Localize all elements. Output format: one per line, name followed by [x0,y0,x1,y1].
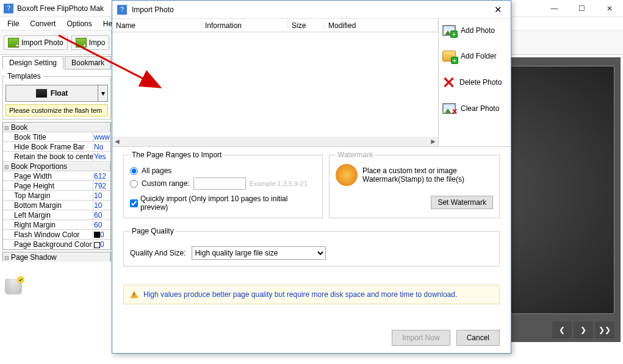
nav-prev-button[interactable]: ❮ [552,321,572,338]
col-modified[interactable]: Modified [325,21,438,30]
nav-next-button[interactable]: ❯ [574,321,593,338]
import-photo-dialog: ? Import Photo ✕ Name Information Size M… [112,0,511,354]
col-size[interactable]: Size [288,21,325,30]
import-photo-label: Import Photo [21,38,63,47]
close-button[interactable]: ✕ [596,0,623,17]
templates-group: Templates Float ▾ Please customize the f… [2,72,111,120]
maximize-button[interactable]: ☐ [568,0,596,17]
nav-fastfwd-button[interactable]: ❯❯ [595,321,614,338]
dialog-icon: ? [117,5,127,15]
dialog-title: Import Photo [132,5,174,14]
custom-range-label: Custom range: [142,179,190,188]
range-example: Example:1,3,5,9-21 [250,180,308,187]
prop-proportions-header[interactable]: Book Proportions [3,162,110,171]
horizontal-scrollbar[interactable]: ◄► [112,137,438,146]
add-folder-button[interactable]: + Add Folder [442,51,507,62]
template-dropdown[interactable]: ▾ [98,85,108,102]
import-now-button[interactable]: Import Now [392,330,450,346]
clear-photo-button[interactable]: ✕ Clear Photo [442,103,507,114]
folder-icon: + [442,51,456,62]
quick-import-label: Quickly import (Only import 10 pages to … [140,194,316,212]
prop-book-header[interactable]: Book [3,123,110,132]
add-photo-button[interactable]: + Add Photo [442,25,507,36]
quick-import-checkbox[interactable] [130,199,138,207]
minimize-button[interactable]: — [541,0,568,17]
watermark-group: Watermark Place a custom text or image W… [329,151,500,218]
all-pages-label: All pages [142,166,171,175]
menu-options[interactable]: Options [62,18,96,29]
side-buttons: + Add Photo + Add Folder Delete Photo ✕ … [439,19,511,147]
design-panel: Templates Float ▾ Please customize the f… [2,72,111,294]
quality-label: Quality And Size: [130,249,185,257]
watermark-legend: Watermark [336,151,375,159]
custom-range-input[interactable] [193,177,246,190]
all-pages-radio[interactable] [130,167,138,175]
template-hint: Please customize the flash tem [5,104,108,116]
property-grid[interactable]: Book Book Titlewww Hide Book Frame BarNo… [2,122,111,250]
dialog-close-button[interactable]: ✕ [491,3,506,16]
dialog-buttons: Import Now Cancel [392,330,500,346]
ranges-legend: The Page Ranges to Import [130,151,223,159]
watermark-text: Place a custom text or image Watermark(S… [362,166,493,184]
prop-shadow-header[interactable]: Page Shadow [3,253,110,262]
tab-design-setting[interactable]: Design Setting [2,56,63,70]
import-photo-icon [8,38,19,48]
window-controls: — ☐ ✕ [541,0,623,17]
watermark-icon [336,164,358,186]
menu-convert[interactable]: Convert [25,18,60,29]
photo-icon: + [442,25,456,36]
set-watermark-button[interactable]: Set Watermark [431,196,493,209]
import-folder-icon [76,38,87,48]
col-name[interactable]: Name [112,21,201,30]
file-list-body[interactable]: ◄► [112,32,438,147]
book-icon [36,89,47,98]
dialog-titlebar[interactable]: ? Import Photo ✕ [112,1,511,19]
quality-select[interactable]: High quality large file size [192,246,326,260]
templates-legend: Templates [5,72,43,80]
import-folder-label: Impo [89,38,106,47]
template-float-button[interactable]: Float [5,85,98,102]
preview-nav: ❮ ❯ ❯❯ [552,321,614,338]
delete-photo-button[interactable]: Delete Photo [442,76,507,88]
database-icon[interactable] [5,279,22,294]
cancel-button[interactable]: Cancel [456,330,500,346]
app-icon: ? [4,4,13,13]
import-folder-button[interactable]: Impo [71,35,110,50]
info-bar: High values produce better page quality … [123,285,500,304]
clear-icon: ✕ [442,103,456,114]
property-grid-2[interactable]: Page Shadow [2,252,111,262]
warning-icon [130,291,139,298]
x-icon [442,76,455,88]
file-list-header: Name Information Size Modified [112,19,438,32]
quality-legend: Page Quality [130,227,176,235]
col-info[interactable]: Information [201,21,288,30]
page-quality-group: Page Quality Quality And Size: High qual… [123,227,500,266]
tab-bookmark[interactable]: Bookmark [65,56,111,70]
file-list[interactable]: Name Information Size Modified ◄► [112,19,439,147]
custom-range-radio[interactable] [130,180,138,188]
menu-file[interactable]: File [2,18,24,29]
info-text: High values produce better page quality … [143,290,457,299]
app-title: Boxoft Free FlipPhoto Mak [17,4,104,13]
import-photo-button[interactable]: Import Photo [4,35,68,50]
page-ranges-group: The Page Ranges to Import All pages Cust… [123,151,323,218]
